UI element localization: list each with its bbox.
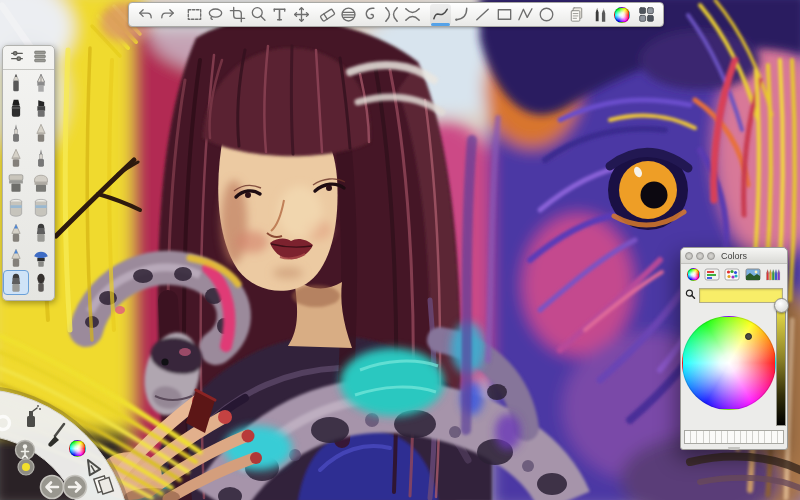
bezier-tool[interactable] [451, 4, 472, 25]
brush-stipple-brush[interactable] [29, 270, 55, 295]
minimize-button[interactable] [696, 252, 704, 260]
zoom-tool[interactable] [248, 4, 269, 25]
brushes-tool[interactable] [590, 4, 611, 25]
curve-tool[interactable] [430, 4, 451, 25]
brightness-slider[interactable] [776, 304, 786, 426]
swatch-cell[interactable] [778, 431, 783, 443]
panel-resize-handle[interactable] [728, 447, 740, 450]
brightness-slider-knob[interactable] [774, 298, 789, 313]
mode-crayons[interactable] [765, 268, 781, 281]
select-rect-tool[interactable] [184, 4, 205, 25]
brush-fine-liner[interactable] [29, 120, 55, 145]
mode-color-wheel[interactable] [687, 268, 700, 281]
bezier-icon [452, 5, 471, 24]
brush-ink-pen[interactable] [3, 120, 29, 145]
brush-gel-tube[interactable] [29, 195, 55, 220]
colors-panel-titlebar[interactable]: Colors [681, 248, 787, 264]
brush-calligraphy-pen[interactable] [29, 145, 55, 170]
figure-icon[interactable] [16, 441, 35, 460]
brushes-icon [591, 5, 610, 24]
line-tool[interactable] [472, 4, 493, 25]
glaze-brush-icon [5, 247, 27, 269]
select-lasso-icon [206, 5, 225, 24]
select-rect-icon [185, 5, 204, 24]
zoom-button[interactable] [707, 252, 715, 260]
technical-pen-icon [30, 72, 52, 94]
gradient-tool[interactable] [338, 4, 359, 25]
oil-brush-icon [5, 272, 27, 294]
current-color-well[interactable] [699, 288, 783, 303]
eraser-tool[interactable] [317, 4, 338, 25]
color-wheel-picker[interactable] [682, 316, 776, 410]
polyline-tool[interactable] [515, 4, 536, 25]
brush-oil-brush[interactable] [3, 270, 29, 295]
line-icon [473, 5, 492, 24]
undo-tool[interactable] [135, 4, 156, 25]
brush-chisel-marker[interactable] [29, 95, 55, 120]
pencil-icon [5, 72, 27, 94]
color-wheel-mode-icon [687, 268, 700, 281]
close-button[interactable] [685, 252, 693, 260]
color-wheel-selector[interactable] [745, 333, 752, 340]
gel-tube-icon [30, 197, 52, 219]
mode-color-palettes[interactable] [724, 268, 740, 281]
crop-tool[interactable] [227, 4, 248, 25]
mode-image-palettes[interactable] [745, 268, 761, 281]
rectangle-tool[interactable] [494, 4, 515, 25]
brush-paint-roller[interactable] [29, 170, 55, 195]
marker-icon [5, 97, 27, 119]
brush-panel-header [3, 46, 54, 70]
select-lasso-tool[interactable] [205, 4, 226, 25]
smudge-tool[interactable] [360, 4, 381, 25]
app-window: Colors [0, 0, 800, 500]
move-tool[interactable] [291, 4, 312, 25]
corner-pod [0, 375, 250, 500]
spread-icon [403, 5, 422, 24]
pod-color-wheel[interactable] [69, 440, 86, 457]
brush-pencil[interactable] [3, 70, 29, 95]
spread-tool[interactable] [402, 4, 423, 25]
toolbar [128, 2, 664, 27]
redo-tool[interactable] [157, 4, 178, 25]
brush-glaze-brush[interactable] [3, 245, 29, 270]
pod-redo-button[interactable] [64, 476, 87, 499]
magnifier-icon[interactable] [685, 286, 696, 304]
brush-panel [2, 45, 55, 301]
ellipse-tool[interactable] [536, 4, 557, 25]
brush-detail-brush[interactable] [3, 220, 29, 245]
brush-airbrush[interactable] [3, 145, 29, 170]
brush-technical-pen[interactable] [29, 70, 55, 95]
zoom-icon [249, 5, 268, 24]
mode-color-sliders[interactable] [704, 268, 720, 281]
brush-settings-icon[interactable] [9, 48, 25, 68]
window-controls[interactable] [685, 252, 715, 260]
swatches-tool[interactable] [636, 4, 657, 25]
crayons-icon [765, 268, 781, 281]
brush-flat-brush[interactable] [3, 170, 29, 195]
color-search-row [681, 285, 787, 304]
polyline-icon [516, 5, 535, 24]
brush-grid [3, 70, 54, 295]
brush-groups-icon[interactable] [32, 48, 48, 68]
paste-tool[interactable] [566, 4, 587, 25]
fan-brush-icon [30, 247, 52, 269]
text-tool[interactable] [269, 4, 290, 25]
color-wheel-tool[interactable] [611, 4, 632, 25]
ellipse-icon [537, 5, 556, 24]
brush-marker[interactable] [3, 95, 29, 120]
color-sliders-icon [704, 268, 720, 281]
text-icon [270, 5, 289, 24]
flat-brush-icon [5, 172, 27, 194]
brush-round-brush[interactable] [29, 220, 55, 245]
fine-liner-icon [30, 122, 52, 144]
paint-roller-icon [30, 172, 52, 194]
pod-undo-button[interactable] [41, 476, 64, 499]
chisel-marker-icon [30, 97, 52, 119]
curve-icon [431, 5, 450, 24]
color-sample-icon[interactable] [18, 459, 34, 475]
pinch-tool[interactable] [381, 4, 402, 25]
brush-fan-brush[interactable] [29, 245, 55, 270]
brush-paint-tube[interactable] [3, 195, 29, 220]
image-palettes-icon [745, 268, 761, 281]
rectangle-icon [495, 5, 514, 24]
